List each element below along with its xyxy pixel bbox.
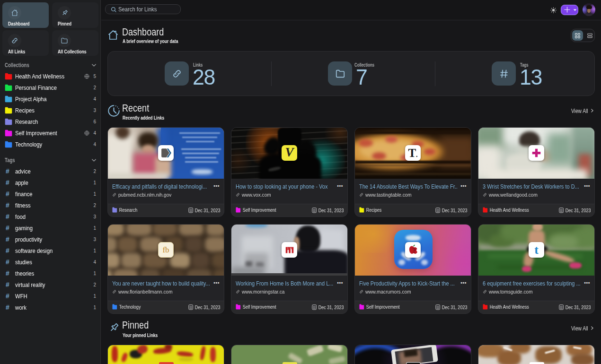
svg-text:?: ?	[412, 246, 416, 254]
